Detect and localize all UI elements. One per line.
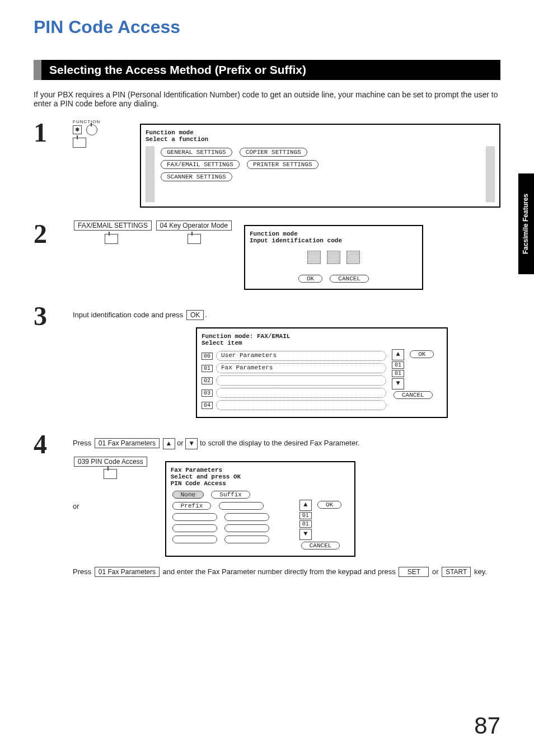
- item-02[interactable]: 02: [202, 377, 213, 384]
- intro-text: If your PBX requires a PIN (Personal Ide…: [34, 90, 500, 108]
- lcd1-title1: Function mode: [146, 129, 495, 136]
- step-number-4: 4: [34, 431, 73, 458]
- scanner-settings-button[interactable]: SCANNER SETTINGS: [161, 172, 232, 181]
- option-blank[interactable]: [224, 536, 269, 543]
- lcd4-title3: PIN Code Access: [171, 480, 350, 487]
- fax-params-key[interactable]: 01 Fax Parameters: [95, 438, 160, 448]
- item-02-label[interactable]: [216, 375, 386, 386]
- faxemail-settings-button[interactable]: FAX/EMAIL SETTINGS: [161, 160, 240, 169]
- scroll-down-icon[interactable]: ▼: [299, 529, 312, 540]
- step3-text-a: Input identification code and press: [73, 311, 185, 319]
- scroll-pos: 01: [299, 512, 312, 519]
- option-prefix[interactable]: Prefix: [172, 502, 212, 510]
- option-blank[interactable]: [224, 524, 269, 532]
- item-04[interactable]: 04: [202, 402, 213, 409]
- function-label: FUNCTION: [73, 119, 140, 124]
- fax-params-key-2[interactable]: 01 Fax Parameters: [95, 567, 160, 577]
- press-icon: [73, 138, 86, 148]
- scroll-pos: 01: [392, 361, 404, 369]
- up-arrow-icon[interactable]: ▲: [163, 438, 175, 449]
- step-number-1: 1: [34, 119, 73, 146]
- option-blank[interactable]: [172, 524, 217, 532]
- code-digit[interactable]: [346, 251, 360, 264]
- s4f: and enter the Fax Parameter number direc…: [163, 567, 398, 576]
- lcd2-title1: Function mode: [250, 231, 418, 237]
- keyop-key[interactable]: 04 Key Operator Mode: [156, 220, 232, 231]
- ok-button[interactable]: OK: [317, 501, 341, 509]
- down-arrow-icon[interactable]: ▼: [185, 438, 198, 449]
- item-00[interactable]: 00: [202, 353, 213, 360]
- side-tab: Facsimile Features: [518, 173, 534, 274]
- lcd1-title2: Select a function: [146, 136, 495, 143]
- scroll-pos: 01: [299, 520, 312, 528]
- cancel-button[interactable]: CANCEL: [301, 542, 340, 550]
- option-blank[interactable]: [224, 513, 269, 521]
- step3-text-b: .: [205, 311, 207, 319]
- press-icon: [105, 234, 118, 244]
- s4h: key.: [474, 567, 487, 576]
- lcd-screen-4: Fax Parameters Select and press OK PIN C…: [165, 461, 355, 557]
- item-01-label[interactable]: Fax Parameters: [216, 363, 386, 373]
- code-digit[interactable]: [307, 251, 321, 264]
- step-number-2: 2: [34, 220, 73, 247]
- option-blank[interactable]: [219, 502, 264, 510]
- function-icon: [86, 124, 97, 135]
- option-blank[interactable]: [172, 513, 217, 521]
- hatch-left: [146, 146, 154, 202]
- lcd3-title1: Function mode: FAX/EMAIL: [202, 333, 442, 340]
- lcd4-title2: Select and press OK: [171, 473, 350, 480]
- faxemail-key[interactable]: FAX/EMAIL SETTINGS: [74, 220, 152, 231]
- asterisk-icon: ✱: [73, 125, 82, 134]
- step-number-3: 3: [34, 303, 73, 330]
- item-03-label[interactable]: [216, 388, 386, 398]
- press-icon: [188, 234, 201, 244]
- copier-settings-button[interactable]: COPIER SETTINGS: [240, 148, 307, 157]
- code-digit[interactable]: [327, 251, 340, 264]
- start-key[interactable]: START: [442, 567, 471, 577]
- scroll-pos: 01: [392, 370, 404, 377]
- lcd4-title1: Fax Parameters: [171, 467, 350, 473]
- cancel-button[interactable]: CANCEL: [394, 391, 433, 399]
- item-01[interactable]: 01: [202, 365, 213, 372]
- s4g: or: [432, 567, 441, 576]
- s4e: Press: [73, 567, 93, 576]
- press-icon: [104, 469, 117, 479]
- general-settings-button[interactable]: GENERAL SETTINGS: [161, 148, 232, 157]
- printer-settings-button[interactable]: PRINTER SETTINGS: [247, 160, 318, 169]
- page-number: 87: [474, 712, 500, 739]
- lcd2-title2: Input identification code: [250, 237, 418, 244]
- option-none[interactable]: None: [172, 491, 204, 499]
- s4a: Press: [73, 439, 93, 447]
- cancel-button[interactable]: CANCEL: [330, 275, 369, 283]
- pin-access-key[interactable]: 039 PIN Code Access: [74, 457, 147, 467]
- lcd3-title2: Select item: [202, 340, 442, 346]
- item-03[interactable]: 03: [202, 389, 213, 397]
- s4c: or: [177, 439, 185, 447]
- scroll-down-icon[interactable]: ▼: [392, 378, 404, 389]
- lcd-screen-3: Function mode: FAX/EMAIL Select item 00U…: [196, 327, 448, 418]
- ok-button[interactable]: OK: [298, 275, 322, 283]
- ok-button[interactable]: OK: [410, 350, 434, 358]
- page-title: PIN Code Access: [34, 17, 500, 37]
- item-04-label[interactable]: [216, 400, 386, 410]
- ok-key[interactable]: OK: [186, 310, 204, 320]
- option-suffix[interactable]: Suffix: [211, 491, 250, 499]
- or-text: or: [73, 502, 148, 510]
- lcd-screen-2: Function mode Input identification code …: [244, 225, 423, 290]
- option-blank[interactable]: [172, 536, 217, 543]
- s4d: to scroll the display to the desired Fax…: [200, 439, 359, 447]
- side-tab-label: Facsimile Features: [522, 194, 530, 254]
- set-key[interactable]: SET: [399, 567, 429, 577]
- scroll-up-icon[interactable]: ▲: [392, 349, 404, 360]
- section-heading: Selecting the Access Method (Prefix or S…: [34, 60, 500, 80]
- lcd-screen-1: Function mode Select a function GENERAL …: [140, 124, 500, 208]
- item-00-label[interactable]: User Parameters: [216, 351, 386, 361]
- hatch-right: [486, 146, 495, 202]
- scroll-up-icon[interactable]: ▲: [299, 500, 312, 511]
